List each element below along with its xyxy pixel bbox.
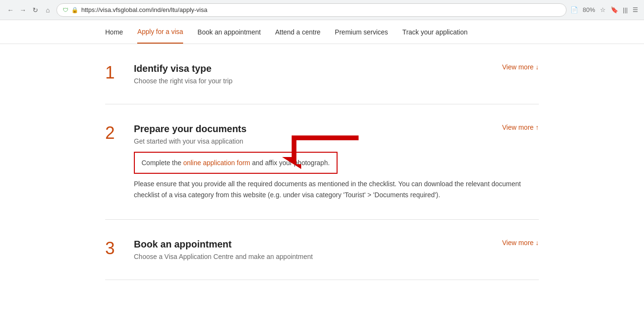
step-3-view-more[interactable]: View more ↓	[502, 239, 539, 247]
forward-button[interactable]: →	[18, 5, 28, 15]
reload-button[interactable]: ↻	[31, 5, 40, 15]
step-2-content: Prepare your documents Get started with …	[134, 124, 539, 200]
nav-home[interactable]: Home	[105, 21, 123, 43]
browser-right-controls: 📄 80% ☆ 🔖 ||| ☰	[570, 6, 638, 13]
browser-chrome: ← → ↻ ⌂ 🛡 🔒 https://visa.vfsglobal.com/i…	[0, 0, 644, 20]
step-1-content: Identify visa type Choose the right visa…	[134, 63, 539, 85]
step-3-number: 3	[105, 240, 134, 257]
main-content: 1 Identify visa type Choose the right vi…	[0, 44, 644, 280]
nav-premium-services[interactable]: Premium services	[335, 21, 388, 43]
step-2-view-more[interactable]: View more ↑	[502, 124, 539, 131]
step-1-view-more[interactable]: View more ↓	[502, 63, 539, 71]
home-button[interactable]: ⌂	[43, 5, 53, 15]
bookmark-icon[interactable]: ☆	[600, 6, 606, 13]
nav-attend-centre[interactable]: Attend a centre	[275, 21, 320, 43]
step-2-detail-2: Please ensure that you provide all the r…	[134, 179, 539, 200]
step-3-section: 3 Book an appointment Choose a Visa Appl…	[105, 220, 539, 280]
nav-apply-visa[interactable]: Apply for a visa	[137, 21, 183, 44]
menu-icon[interactable]: ☰	[633, 6, 638, 13]
step-2-number: 2	[105, 124, 134, 142]
step-2-detail-1: Complete the online application form and…	[142, 159, 330, 167]
complete-the-text: Complete the	[142, 159, 183, 167]
step-2-subtitle: Get started with your visa application	[134, 137, 539, 145]
step-3-subtitle: Choose a Visa Application Centre and mak…	[134, 253, 539, 260]
step-2-section: 2 Prepare your documents Get started wit…	[105, 104, 539, 220]
online-application-form-link[interactable]: online application form	[183, 159, 250, 167]
url-text: https://visa.vfsglobal.com/ind/en/ltu/ap…	[81, 6, 207, 13]
nav-book-appointment[interactable]: Book an appointment	[197, 21, 261, 43]
browser-controls: ← → ↻ ⌂	[6, 5, 53, 15]
back-button[interactable]: ←	[6, 5, 15, 15]
library-icon[interactable]: |||	[623, 6, 628, 13]
pocket-icon[interactable]: 🔖	[611, 6, 618, 13]
reader-icon[interactable]: 📄	[570, 6, 578, 13]
zoom-level: 80%	[583, 6, 595, 13]
step-3-title: Book an appointment	[134, 239, 539, 250]
step-2-title: Prepare your documents	[134, 124, 539, 135]
nav-bar: Home Apply for a visa Book an appointmen…	[0, 20, 644, 44]
shield-icon: 🛡	[63, 7, 68, 13]
highlight-box: Complete the online application form and…	[134, 152, 338, 174]
step-1-title: Identify visa type	[134, 63, 539, 74]
step-3-content: Book an appointment Choose a Visa Applic…	[134, 239, 539, 260]
address-bar[interactable]: 🛡 🔒 https://visa.vfsglobal.com/ind/en/lt…	[56, 3, 567, 17]
step-1-number: 1	[105, 64, 134, 81]
step-1-section: 1 Identify visa type Choose the right vi…	[105, 44, 539, 104]
step-1-subtitle: Choose the right visa for your trip	[134, 77, 539, 85]
lock-icon: 🔒	[71, 7, 78, 13]
and-affix-text: and affix your photograph.	[250, 159, 329, 167]
nav-track-application[interactable]: Track your application	[403, 21, 468, 43]
